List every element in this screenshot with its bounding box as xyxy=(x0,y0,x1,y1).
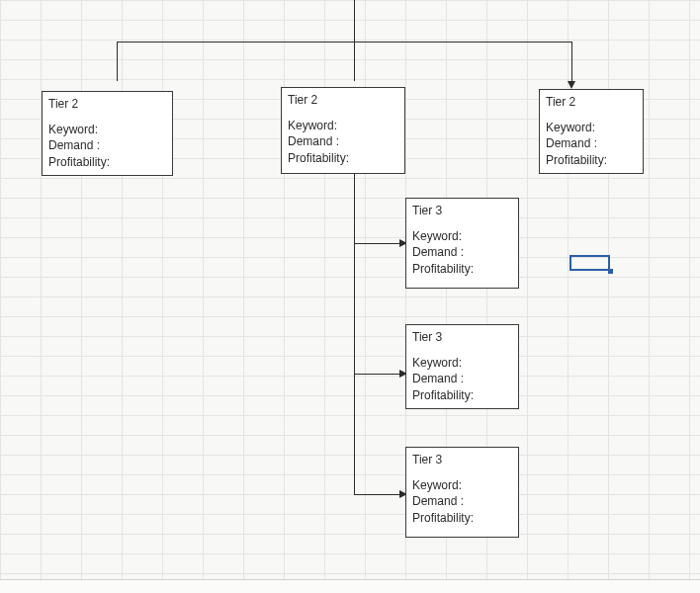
node-line: Profitability: xyxy=(288,151,349,165)
tier2-box-b: Tier 2 Keyword: Demand : Profitability: xyxy=(281,87,405,174)
node-line: Keyword: xyxy=(48,123,98,136)
tier2-box-a: Tier 2 Keyword: Demand : Profitability: xyxy=(42,91,173,176)
tier3-box-c: Tier 3 Keyword: Demand : Profitability: xyxy=(405,447,519,538)
node-line: Keyword: xyxy=(412,478,462,492)
node-title: Tier 2 xyxy=(288,92,398,108)
conn-branch-b xyxy=(354,374,399,375)
tier3-box-a: Tier 3 Keyword: Demand : Profitability: xyxy=(405,198,519,289)
node-title: Tier 3 xyxy=(412,452,512,467)
node-line: Demand : xyxy=(412,372,464,385)
conn-drop-a xyxy=(117,42,118,81)
node-line: Demand : xyxy=(48,138,100,152)
node-line: Keyword: xyxy=(412,229,462,243)
conn-root-stem xyxy=(354,0,355,42)
node-line: Profitability: xyxy=(412,388,474,402)
conn-drop-c xyxy=(571,42,572,81)
node-line: Demand : xyxy=(288,134,339,148)
tier2-box-c: Tier 2 Keyword: Demand : Profitability: xyxy=(539,89,644,174)
node-line: Keyword: xyxy=(412,356,462,370)
conn-branch-a xyxy=(354,243,399,244)
arrow-drop-c xyxy=(568,81,575,89)
node-line: Demand : xyxy=(412,245,464,259)
node-line: Keyword: xyxy=(546,121,595,134)
node-title: Tier 3 xyxy=(412,329,512,345)
node-title: Tier 2 xyxy=(546,94,637,110)
node-line: Demand : xyxy=(412,494,464,508)
selection-fill-handle[interactable] xyxy=(608,269,613,274)
node-line: Profitability: xyxy=(48,155,110,169)
node-line: Profitability: xyxy=(412,262,474,276)
node-line: Keyword: xyxy=(288,119,337,132)
node-title: Tier 2 xyxy=(48,96,166,112)
node-line: Profitability: xyxy=(412,511,474,525)
node-title: Tier 3 xyxy=(412,203,512,218)
conn-drop-b xyxy=(354,42,355,81)
node-line: Profitability: xyxy=(546,153,607,167)
conn-branch-c xyxy=(354,494,399,495)
selected-cell[interactable] xyxy=(569,255,610,271)
conn-t2b-stem xyxy=(354,174,355,494)
bottom-edge xyxy=(0,579,700,593)
conn-top-split xyxy=(117,42,571,42)
node-line: Demand : xyxy=(546,136,597,150)
tier3-box-b: Tier 3 Keyword: Demand : Profitability: xyxy=(405,324,519,409)
